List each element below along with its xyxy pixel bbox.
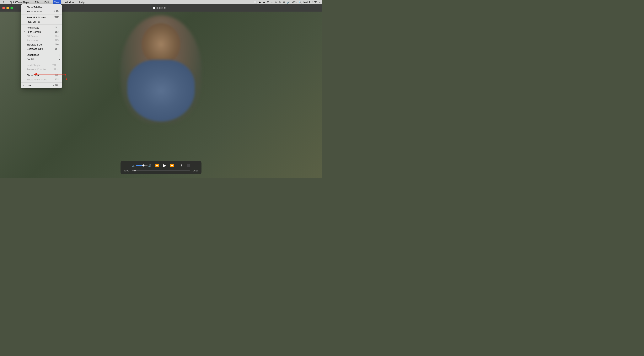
shortcut-show-clips: ⌘E (55, 74, 58, 76)
separator-2 (21, 24, 62, 25)
status-dropbox[interactable]: ◆ (259, 1, 261, 4)
battery-level: 73% (292, 1, 296, 4)
separator-6 (21, 82, 62, 82)
window-controls (2, 7, 13, 9)
menu-label: Panoramic (26, 39, 38, 42)
shortcut-fill-screen: ⌘4 (55, 35, 58, 38)
status-wifi[interactable]: ≋ (275, 1, 277, 4)
shortcut-show-audio: ⌘U (54, 78, 58, 81)
separator-1 (21, 14, 62, 14)
menu-enter-full-screen[interactable]: Enter Full Screen ^⌘F (21, 15, 62, 20)
progress-bar[interactable] (132, 170, 190, 171)
shortcut-decrease-size: ⌘– (55, 48, 58, 50)
menu-label: Enter Full Screen (26, 16, 46, 19)
shortcut-prev-chapter: ⇧⌘← (52, 68, 58, 70)
menu-label: Actual Size (26, 26, 39, 29)
menu-label: Loop (26, 84, 32, 87)
status-airdrop[interactable]: ⊙ (283, 1, 285, 4)
menu-previous-chapter[interactable]: Previous Chapter ⇧⌘← (21, 67, 62, 71)
menu-label: Fit to Screen (26, 30, 41, 33)
airplay-button[interactable]: ⬛ (186, 164, 190, 167)
close-button[interactable] (2, 7, 5, 9)
control-center[interactable]: ≡ (319, 1, 320, 4)
shortcut-loop: ⌥⌘L (52, 84, 58, 87)
clock: Mon 9:13 AM (304, 1, 317, 4)
menu-label: Next Chapter (26, 64, 42, 66)
shortcut-increase-size: ⌘+ (55, 43, 58, 46)
menu-label: Languages (26, 54, 39, 56)
rewind-button[interactable]: ⏪ (155, 164, 159, 168)
menu-languages[interactable]: Languages (21, 53, 62, 57)
menu-label: Float on Top (26, 20, 40, 23)
menubar-right: ⬜ ◆ ☁ ⊞ ✦ ≋ ⟳ ⊙ 🔊 73% 🔍 Mon 9:13 AM ≡ (254, 1, 320, 4)
time-remaining: -00:10 (192, 170, 198, 172)
playback-controls: 🔈 🔊 ⏪ ▶ ⏩ ⬆ ⬛ 00:00 -00:10 (120, 161, 202, 174)
menu-show-clips[interactable]: Show Clips ⌘E (21, 73, 62, 77)
shortcut-show-all-tabs: ⇧⌘\ (54, 10, 58, 13)
status-screen-record[interactable]: ⬜ (254, 1, 257, 4)
spotlight[interactable]: 🔍 (298, 1, 302, 4)
menu-label: Show Clips (26, 74, 39, 77)
menu-subtitles[interactable]: Subtitles (21, 57, 62, 61)
shortcut-actual-size: ⌘1 (55, 26, 58, 29)
fast-forward-button[interactable]: ⏩ (170, 164, 174, 168)
shortcut-next-chapter: ⇧⌘→ (52, 64, 58, 66)
menu-edit[interactable]: Edit (44, 0, 50, 4)
menu-quicktime[interactable]: QuickTime Player (9, 0, 31, 4)
video-face (142, 23, 180, 66)
share-button[interactable]: ⬆ (180, 164, 182, 167)
menu-show-tab-bar[interactable]: Show Tab Bar (21, 5, 62, 9)
menu-label: Previous Chapter (26, 68, 46, 71)
menu-help[interactable]: Help (78, 0, 86, 4)
shortcut-panoramic: ⌘5 (55, 39, 58, 42)
shortcut-fullscreen: ^⌘F (54, 16, 58, 19)
menu-file[interactable]: File (34, 0, 40, 4)
window-title: 📄 00008.MTS (152, 6, 169, 10)
menu-float-on-top[interactable]: Float on Top (21, 20, 62, 24)
menu-label: Show All Tabs (26, 10, 42, 13)
menu-next-chapter[interactable]: Next Chapter ⇧⌘→ (21, 63, 62, 67)
menu-label: Show Tab Bar (26, 6, 42, 9)
title-label: 00008.MTS (156, 6, 169, 10)
menu-increase-size[interactable]: Increase Size ⌘+ (21, 42, 62, 47)
progress-thumb[interactable] (134, 170, 136, 172)
apple-menu[interactable]:  (2, 0, 5, 4)
volume-high-icon: 🔊 (148, 164, 151, 167)
menu-label: Increase Size (26, 43, 42, 46)
play-button[interactable]: ▶ (163, 163, 166, 168)
status-icloud[interactable]: ☁ (262, 1, 265, 4)
timeline: 00:00 -00:10 (124, 170, 198, 172)
menu-fit-to-screen[interactable]: Fit to Screen ⌘3 (21, 30, 62, 34)
menu-view[interactable]: View (53, 0, 61, 4)
time-current: 00:00 (124, 170, 130, 172)
volume-thumb[interactable] (142, 164, 144, 166)
menu-bar:  QuickTime Player File Edit View Window… (0, 0, 322, 4)
status-time-machine[interactable]: ⟳ (279, 1, 281, 4)
shortcut-fit-screen: ⌘3 (55, 30, 58, 33)
minimize-button[interactable] (6, 7, 9, 9)
menu-label: Fill Screen (26, 35, 38, 38)
menu-label: Decrease Size (26, 48, 43, 50)
maximize-button[interactable] (10, 7, 13, 9)
menu-label: Show Audio Track (26, 78, 47, 81)
volume-slider[interactable] (136, 165, 148, 166)
menu-decrease-size[interactable]: Decrease Size ⌘– (21, 47, 62, 51)
video-body (127, 60, 195, 122)
status-input-method[interactable]: ⊞ (267, 1, 269, 4)
separator-3 (21, 52, 62, 52)
menu-label: Subtitles (26, 58, 36, 60)
view-menu-dropdown: Show Tab Bar Show All Tabs ⇧⌘\ Enter Ful… (21, 4, 62, 88)
menu-actual-size[interactable]: Actual Size ⌘1 (21, 26, 62, 30)
status-volume[interactable]: 🔊 (287, 1, 290, 4)
menu-fill-screen[interactable]: Fill Screen ⌘4 (21, 34, 62, 38)
menu-panoramic[interactable]: Panoramic ⌘5 (21, 38, 62, 42)
volume-section: 🔈 🔊 (132, 164, 151, 167)
volume-low-icon: 🔈 (132, 164, 135, 167)
menu-window[interactable]: Window (64, 0, 75, 4)
menu-show-audio-track[interactable]: Show Audio Track ⌘U (21, 77, 62, 82)
controls-top-row: 🔈 🔊 ⏪ ▶ ⏩ ⬆ ⬛ (124, 163, 198, 168)
menu-loop[interactable]: Loop ⌥⌘L (21, 83, 62, 88)
file-doc-icon: 📄 (152, 7, 155, 9)
status-bluetooth[interactable]: ✦ (271, 1, 273, 4)
menu-show-all-tabs[interactable]: Show All Tabs ⇧⌘\ (21, 9, 62, 14)
